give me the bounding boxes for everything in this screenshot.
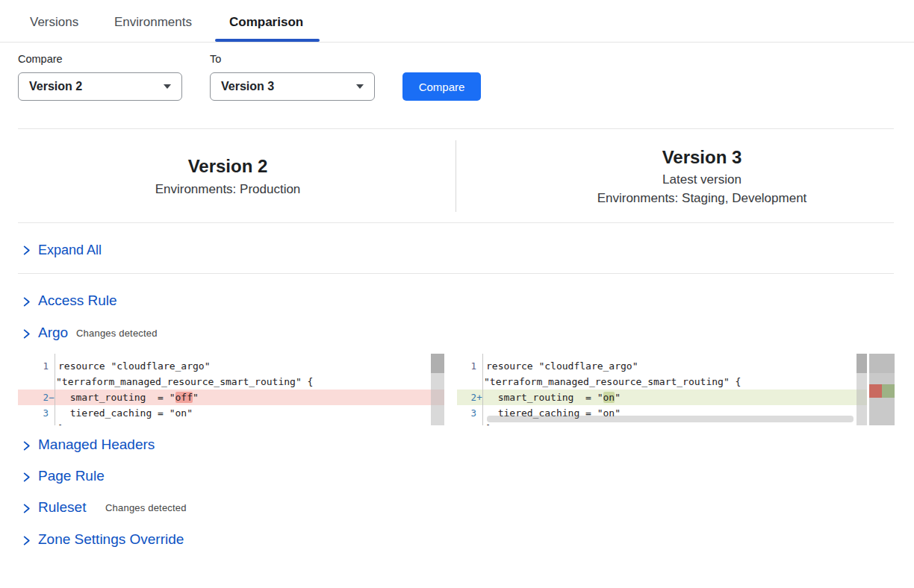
section-toggle-managed-headers[interactable]: Managed Headers — [38, 437, 155, 453]
diff-line-wrap: "terraform_managed_resource_smart_routin… — [18, 374, 444, 390]
line-number: 2 — [457, 390, 476, 405]
line-number: 4 — [457, 421, 476, 425]
added-marker: + — [476, 390, 482, 405]
diff-line: 4 } — [18, 421, 444, 425]
diff-overview-minimap[interactable] — [869, 354, 895, 425]
minimap-thumb — [869, 354, 895, 373]
divider — [18, 222, 894, 223]
removed-word-highlight: off — [175, 392, 193, 403]
compare-button[interactable]: Compare — [402, 72, 481, 101]
section-toggle-ruleset[interactable]: Ruleset — [38, 499, 86, 516]
diff-panel-version-2: 1 resource "cloudflare_argo" "terraform_… — [18, 354, 444, 425]
version-right-environments: Environments: Staging, Development — [490, 191, 914, 206]
line-number: 1 — [18, 358, 49, 374]
version-left-header: Version 2 Environments: Production — [18, 156, 438, 197]
added-word-highlight: on — [603, 392, 615, 403]
section-toggle-access-rule[interactable]: Access Rule — [38, 293, 117, 309]
diff-code-right: 1 resource "cloudflare_argo" "terraform_… — [457, 354, 867, 425]
vertical-scrollbar[interactable] — [857, 354, 867, 425]
tab-bar: Versions Environments Comparison — [0, 0, 914, 43]
diff-code-left: 1 resource "cloudflare_argo" "terraform_… — [18, 354, 444, 425]
scrollbar-thumb — [857, 354, 867, 373]
to-label: To — [210, 53, 221, 65]
diff-line-removed: 2− smart_routing = "off" — [18, 390, 444, 405]
line-number: 3 — [457, 405, 476, 421]
diff-line: 3 tiered_caching = "on" — [18, 405, 444, 421]
compare-from-select[interactable]: Version 2 — [18, 72, 182, 101]
chevron-right-icon — [21, 503, 32, 514]
argo-changes-detected-badge: Changes detected — [76, 328, 158, 339]
active-tab-underline — [215, 39, 320, 42]
section-toggle-page-rule[interactable]: Page Rule — [38, 468, 105, 484]
diff-line-wrap: "terraform_managed_resource_smart_routin… — [457, 374, 867, 390]
chevron-right-icon — [21, 296, 32, 307]
vertical-scrollbar[interactable] — [431, 354, 444, 425]
line-number: 4 — [18, 421, 49, 425]
chevron-right-icon — [21, 472, 32, 483]
code-text: resource "cloudflare_argo" — [482, 358, 638, 374]
removed-marker: − — [49, 390, 55, 405]
scrollbar-thumb — [431, 354, 444, 373]
version-right-subtitle: Latest version — [490, 172, 914, 187]
compare-label: Compare — [18, 53, 63, 65]
diff-panel-version-3: 1 resource "cloudflare_argo" "terraform_… — [457, 354, 867, 425]
ruleset-changes-detected-badge: Changes detected — [105, 502, 187, 513]
version-right-title: Version 3 — [490, 147, 914, 168]
code-text: } — [55, 421, 64, 425]
code-text: tiered_caching = "on" — [55, 405, 193, 421]
comparison-page: Versions Environments Comparison Compare… — [0, 0, 914, 588]
header-vertical-divider — [456, 140, 456, 212]
tab-environments[interactable]: Environments — [114, 15, 192, 30]
compare-to-select[interactable]: Version 3 — [210, 72, 375, 101]
version-right-header: Version 3 Latest version Environments: S… — [490, 147, 914, 206]
chevron-right-icon — [21, 328, 32, 340]
minimap-removed-marker — [869, 384, 882, 398]
section-toggle-zone-settings-override[interactable]: Zone Settings Override — [38, 531, 184, 548]
minimap-added-marker — [882, 384, 895, 398]
version-left-title: Version 2 — [18, 156, 438, 177]
line-number: 3 — [18, 405, 49, 421]
gutter-divider — [55, 354, 55, 425]
code-text: resource "cloudflare_argo" — [55, 358, 211, 374]
divider — [18, 273, 894, 274]
diff-line-added: 2+ smart_routing = "on" — [457, 390, 867, 405]
section-toggle-argo[interactable]: Argo — [38, 325, 68, 341]
expand-all-toggle[interactable]: Expand All — [38, 243, 102, 258]
version-left-environments: Environments: Production — [18, 182, 438, 197]
code-text: smart_routing = "off" — [55, 390, 199, 405]
code-text: "terraform_managed_resource_smart_routin… — [55, 374, 313, 390]
chevron-right-icon — [21, 440, 32, 451]
chevron-down-icon — [164, 84, 171, 89]
chevron-right-icon — [21, 535, 32, 546]
diff-line: 1 resource "cloudflare_argo" — [18, 358, 444, 374]
diff-line: 1 resource "cloudflare_argo" — [457, 358, 867, 374]
tab-comparison[interactable]: Comparison — [229, 15, 303, 30]
tab-versions[interactable]: Versions — [30, 15, 78, 30]
compare-to-value: Version 3 — [221, 80, 274, 93]
code-text: "terraform_managed_resource_smart_routin… — [482, 374, 741, 390]
chevron-right-icon — [21, 245, 32, 256]
code-text: smart_routing = "on" — [482, 390, 621, 405]
divider — [18, 128, 894, 129]
gutter-divider — [482, 354, 483, 425]
line-number: 1 — [457, 358, 476, 374]
chevron-down-icon — [356, 84, 364, 89]
line-number: 2 — [18, 390, 49, 405]
horizontal-scrollbar[interactable] — [487, 416, 854, 422]
compare-from-value: Version 2 — [29, 80, 82, 93]
